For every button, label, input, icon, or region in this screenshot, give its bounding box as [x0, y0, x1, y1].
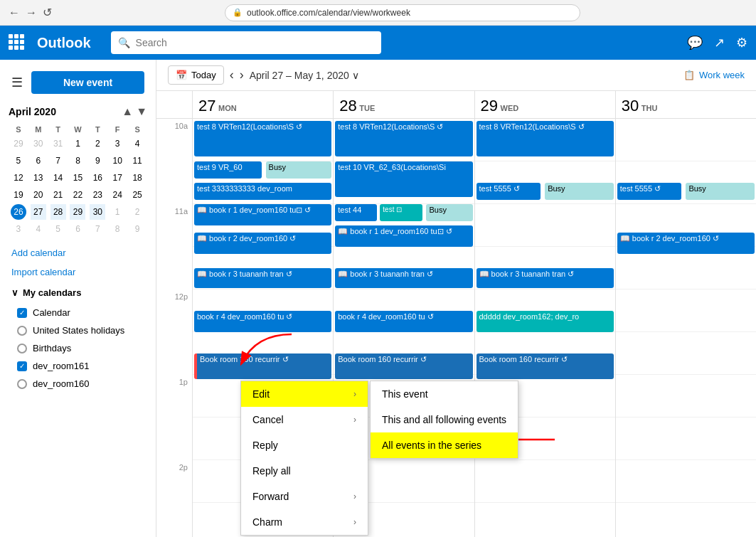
event-test8-wed[interactable]: test 8 VRTen12(Locations\S ↺ — [477, 121, 614, 156]
day-1[interactable]: 1 — [70, 136, 85, 151]
day-10[interactable]: 10 — [110, 153, 125, 169]
next-period-button[interactable]: › — [240, 68, 244, 83]
day-26[interactable]: 26 — [11, 204, 26, 220]
submenu-this-event[interactable]: This event — [371, 381, 518, 407]
day-8[interactable]: 8 — [70, 153, 85, 169]
day-3-next[interactable]: 3 — [11, 221, 26, 237]
event-test5555-thu[interactable]: test 5555 ↺ — [617, 183, 682, 200]
event-test44-tue[interactable]: test 44 — [335, 204, 377, 221]
event-bookr3-mon[interactable]: 📖 book r 3 tuananh tran ↺ — [194, 268, 331, 288]
chat-icon[interactable]: 💬 — [687, 35, 703, 50]
waffle-menu[interactable] — [9, 34, 26, 51]
day-20[interactable]: 20 — [31, 187, 46, 203]
day-4[interactable]: 4 — [129, 136, 145, 151]
cal-item-dev-room161[interactable]: ✓ dev_room161 — [0, 357, 156, 375]
day-5-next[interactable]: 5 — [50, 221, 66, 237]
day-25[interactable]: 25 — [129, 187, 145, 203]
day-16[interactable]: 16 — [90, 170, 105, 186]
day-8-next[interactable]: 8 — [110, 221, 125, 237]
today-button[interactable]: 📅 Today — [168, 65, 224, 85]
event-busy4-thu[interactable]: Busy — [686, 183, 755, 200]
day-2-next[interactable]: 2 — [129, 204, 145, 220]
ctx-cancel[interactable]: Cancel › — [241, 407, 368, 432]
my-calendars-section[interactable]: ∨ My calendars — [0, 282, 156, 304]
event-bookroom160-tue[interactable]: Book room 160 recurrir ↺ — [335, 353, 472, 379]
hamburger-menu[interactable]: ☰ — [11, 75, 23, 90]
day-9[interactable]: 9 — [90, 153, 105, 169]
ctx-reply-all[interactable]: Reply all — [241, 458, 368, 484]
day-9-next[interactable]: 9 — [129, 221, 145, 237]
day-4-next[interactable]: 4 — [31, 221, 46, 237]
day-14[interactable]: 14 — [50, 170, 66, 186]
day-6-next[interactable]: 6 — [70, 221, 85, 237]
day-17[interactable]: 17 — [110, 170, 125, 186]
settings-icon[interactable]: ⚙ — [736, 35, 747, 50]
day-11[interactable]: 11 — [129, 153, 145, 169]
event-bookroom160-wed[interactable]: Book room 160 recurrir ↺ — [477, 353, 614, 379]
day-18[interactable]: 18 — [129, 170, 145, 186]
day-3[interactable]: 3 — [110, 136, 125, 151]
event-test3333-mon[interactable]: test 3333333333 dev_room — [194, 183, 331, 200]
mini-cal-prev[interactable]: ▲ — [122, 105, 133, 118]
day-30-prev[interactable]: 30 — [31, 136, 46, 151]
ctx-forward[interactable]: Forward › — [241, 484, 368, 509]
event-test8-mon[interactable]: test 8 VRTen12(Locations\S ↺ — [194, 121, 331, 156]
event-bookr4-mon[interactable]: book r 4 dev_room160 tu ↺ — [194, 311, 331, 332]
submenu-all-events[interactable]: All events in the series — [371, 432, 518, 458]
day-29-prev[interactable]: 29 — [11, 136, 26, 151]
date-range-button[interactable]: April 27 – May 1, 2020 ∨ — [250, 70, 359, 81]
event-test8-tue[interactable]: test 8 VRTen12(Locations\S ↺ — [335, 121, 472, 156]
event-busy3-wed[interactable]: Busy — [545, 183, 614, 200]
event-ddddd-wed[interactable]: ddddd dev_room162; dev_ro — [477, 311, 614, 332]
view-selector-button[interactable]: 📋 Work week — [683, 70, 745, 80]
day-6[interactable]: 6 — [31, 153, 46, 169]
cal-item-birthdays[interactable]: Birthdays — [0, 339, 156, 357]
day-30[interactable]: 30 — [90, 204, 105, 220]
day-7[interactable]: 7 — [50, 153, 66, 169]
share-icon[interactable]: ↗ — [714, 35, 725, 50]
search-box[interactable]: 🔍 — [111, 31, 381, 54]
day-27[interactable]: 27 — [31, 204, 46, 220]
mini-cal-next[interactable]: ▼ — [136, 105, 147, 118]
ctx-edit[interactable]: Edit › — [241, 381, 368, 407]
event-bookr1-tue[interactable]: 📖 book r 1 dev_room160 tu⊡ ↺ — [335, 225, 472, 247]
submenu-this-and-following[interactable]: This and all following events — [371, 407, 518, 432]
back-button[interactable]: ← — [9, 6, 20, 19]
search-input[interactable] — [136, 37, 374, 48]
day-19[interactable]: 19 — [11, 187, 26, 203]
day-24[interactable]: 24 — [110, 187, 125, 203]
event-bookr3-tue[interactable]: 📖 book r 3 tuananh tran ↺ — [335, 268, 472, 288]
event-bookr2-thu[interactable]: 📖 book r 2 dev_room160 ↺ — [617, 233, 755, 254]
event-bookr4-tue[interactable]: book r 4 dev_room160 tu ↺ — [335, 311, 472, 332]
day-22[interactable]: 22 — [70, 187, 85, 203]
day-31-prev[interactable]: 31 — [50, 136, 66, 151]
day-28[interactable]: 28 — [50, 204, 66, 220]
day-2[interactable]: 2 — [90, 136, 105, 151]
day-13[interactable]: 13 — [31, 170, 46, 186]
new-event-button[interactable]: New event — [31, 71, 144, 94]
forward-button[interactable]: → — [26, 6, 37, 19]
cal-item-dev-room160[interactable]: dev_room160 — [0, 375, 156, 393]
day-5[interactable]: 5 — [11, 153, 26, 169]
day-12[interactable]: 12 — [11, 170, 26, 186]
event-test5555-wed[interactable]: test 5555 ↺ — [477, 183, 541, 200]
event-bookroom160-mon[interactable]: Book room 160 recurrir ↺ — [194, 353, 331, 379]
cal-item-us-holidays[interactable]: United States holidays — [0, 321, 156, 339]
event-busy2-tue[interactable]: Busy — [426, 204, 472, 221]
day-21[interactable]: 21 — [50, 187, 66, 203]
day-29[interactable]: 29 — [70, 204, 85, 220]
day-7-next[interactable]: 7 — [90, 221, 105, 237]
prev-period-button[interactable]: ‹ — [230, 68, 234, 83]
add-calendar-link[interactable]: Add calendar — [0, 243, 156, 262]
event-busy-mon[interactable]: Busy — [266, 161, 332, 179]
event-bookr3-wed[interactable]: 📖 book r 3 tuananh tran ↺ — [477, 268, 614, 288]
event-test9-mon[interactable]: test 9 VR_60 — [194, 161, 262, 179]
day-23[interactable]: 23 — [90, 187, 105, 203]
event-test10-tue[interactable]: test 10 VR_62_63(Locations\Si — [335, 161, 472, 197]
cal-item-calendar[interactable]: ✓ Calendar — [0, 304, 156, 321]
event-bookr2-mon[interactable]: 📖 book r 2 dev_room160 ↺ — [194, 233, 331, 254]
ctx-charm[interactable]: Charm › — [241, 509, 368, 535]
refresh-button[interactable]: ↺ — [43, 6, 52, 19]
ctx-reply[interactable]: Reply — [241, 432, 368, 458]
event-bookr1-mon[interactable]: 📖 book r 1 dev_room160 tu⊡ ↺ — [194, 204, 331, 225]
